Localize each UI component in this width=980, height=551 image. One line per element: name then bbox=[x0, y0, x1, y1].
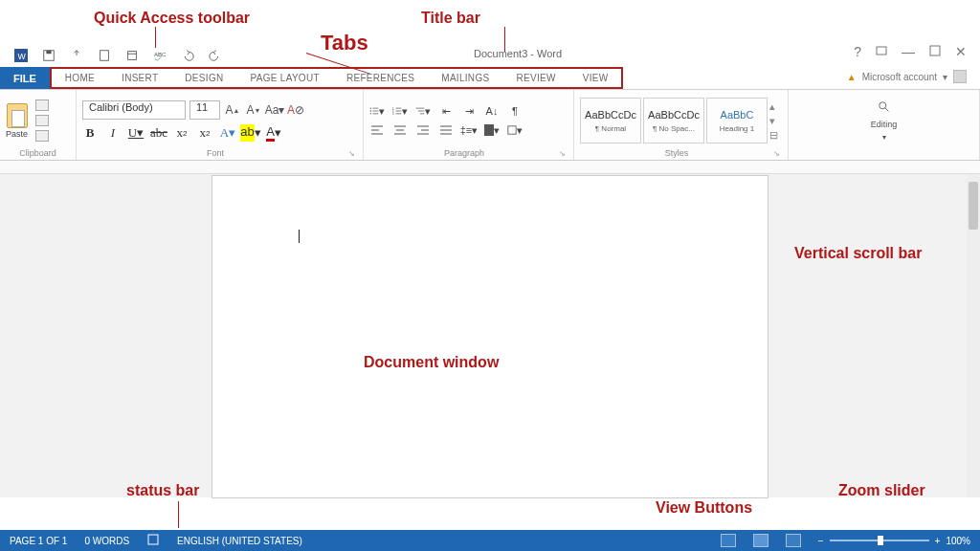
multilevel-list-icon[interactable]: ▾ bbox=[415, 104, 431, 118]
ribbon-display-icon[interactable] bbox=[875, 44, 888, 60]
zoom-in-icon[interactable]: + bbox=[935, 536, 941, 546]
svg-rect-5 bbox=[128, 52, 137, 60]
zoom-slider-thumb[interactable] bbox=[878, 536, 883, 545]
group-clipboard-label: Clipboard bbox=[6, 147, 70, 158]
scrollbar-thumb[interactable] bbox=[969, 182, 978, 230]
svg-rect-3 bbox=[46, 51, 51, 55]
align-left-icon[interactable] bbox=[369, 123, 385, 137]
open-icon[interactable] bbox=[124, 48, 140, 63]
styles-launcher-icon[interactable]: ↘ bbox=[773, 149, 782, 158]
format-painter-icon[interactable] bbox=[35, 130, 49, 142]
copy-icon[interactable] bbox=[35, 115, 49, 126]
font-name-select[interactable]: Calibri (Body) bbox=[82, 100, 186, 120]
avatar-icon bbox=[953, 70, 967, 83]
tab-home[interactable]: HOME bbox=[52, 69, 108, 87]
tab-references[interactable]: REFERENCES bbox=[333, 69, 428, 87]
save-icon[interactable] bbox=[41, 48, 56, 63]
group-styles-label: Styles bbox=[580, 147, 773, 158]
tab-mailings[interactable]: MAILINGS bbox=[428, 69, 502, 87]
zoom-slider-track[interactable] bbox=[830, 540, 929, 541]
vertical-scrollbar[interactable] bbox=[967, 174, 980, 497]
grow-font-icon[interactable]: A▲ bbox=[224, 101, 241, 119]
line-spacing-icon[interactable]: ‡≡▾ bbox=[461, 123, 477, 137]
decrease-indent-icon[interactable]: ⇤ bbox=[438, 104, 454, 118]
style-normal[interactable]: AaBbCcDc¶ Normal bbox=[580, 98, 641, 143]
styles-more-icon[interactable]: ⊟ bbox=[769, 129, 778, 142]
ruler[interactable] bbox=[0, 161, 980, 174]
cut-icon[interactable] bbox=[35, 99, 49, 111]
font-size-select[interactable]: 11 bbox=[189, 100, 220, 120]
highlight-icon[interactable]: ab▾ bbox=[243, 125, 258, 141]
styles-scroll-down-icon[interactable]: ▾ bbox=[769, 115, 778, 127]
minimize-icon[interactable]: — bbox=[902, 44, 915, 60]
styles-scroll-up-icon[interactable]: ▴ bbox=[769, 100, 778, 113]
borders-icon[interactable]: ▾ bbox=[507, 123, 523, 137]
editing-label: Editing bbox=[871, 120, 898, 129]
tab-view[interactable]: VIEW bbox=[569, 69, 622, 87]
maximize-icon[interactable] bbox=[928, 44, 942, 60]
redo-icon[interactable] bbox=[208, 48, 223, 63]
align-center-icon[interactable] bbox=[392, 123, 408, 137]
align-right-icon[interactable] bbox=[415, 123, 431, 137]
tab-insert[interactable]: INSERT bbox=[108, 69, 171, 87]
paragraph-launcher-icon[interactable]: ↘ bbox=[559, 149, 568, 158]
subscript-button[interactable]: x2 bbox=[174, 125, 189, 141]
help-icon[interactable]: ? bbox=[854, 44, 861, 60]
account-label: Microsoft account bbox=[862, 72, 937, 82]
view-read-mode-icon[interactable] bbox=[721, 534, 736, 547]
svg-point-12 bbox=[370, 110, 371, 111]
undo-icon[interactable] bbox=[180, 48, 195, 63]
document-page[interactable] bbox=[212, 176, 768, 497]
font-color-icon[interactable]: A▾ bbox=[266, 125, 281, 141]
bullets-icon[interactable]: ▾ bbox=[369, 104, 385, 118]
status-language[interactable]: ENGLISH (UNITED STATES) bbox=[177, 536, 302, 546]
word-icon: W bbox=[13, 48, 29, 63]
status-proofing-icon[interactable] bbox=[146, 533, 160, 548]
strikethrough-button[interactable]: abc bbox=[151, 125, 167, 141]
shading-icon[interactable]: ▾ bbox=[484, 123, 500, 137]
italic-button[interactable]: I bbox=[105, 125, 121, 141]
change-case-icon[interactable]: Aa▾ bbox=[266, 101, 283, 119]
show-marks-icon[interactable]: ¶ bbox=[507, 104, 523, 118]
numbering-icon[interactable]: 123▾ bbox=[392, 104, 408, 118]
zoom-value[interactable]: 100% bbox=[946, 536, 970, 546]
font-launcher-icon[interactable]: ↘ bbox=[348, 149, 357, 158]
anno-viewbtns: View Buttons bbox=[656, 499, 752, 517]
close-icon[interactable]: ✕ bbox=[955, 44, 967, 60]
text-effects-icon[interactable]: A▾ bbox=[220, 125, 235, 141]
tab-design[interactable]: DESIGN bbox=[171, 69, 236, 87]
shrink-font-icon[interactable]: A▼ bbox=[245, 101, 262, 119]
status-bar: PAGE 1 OF 1 0 WORDS ENGLISH (UNITED STAT… bbox=[0, 530, 980, 551]
style-heading-1[interactable]: AaBbCHeading 1 bbox=[706, 98, 768, 143]
svg-text:W: W bbox=[18, 52, 27, 61]
ribbon: Paste Clipboard Calibri (Body) 11 A▲ A▼ … bbox=[0, 90, 980, 161]
tabs-row: FILE HOME INSERT DESIGN PAGE LAYOUT REFE… bbox=[0, 67, 980, 90]
svg-rect-4 bbox=[100, 51, 109, 61]
justify-icon[interactable] bbox=[438, 123, 454, 137]
text-cursor bbox=[299, 230, 300, 243]
status-page[interactable]: PAGE 1 OF 1 bbox=[10, 536, 67, 546]
view-web-layout-icon[interactable] bbox=[786, 534, 801, 547]
view-print-layout-icon[interactable] bbox=[753, 534, 768, 547]
bold-button[interactable]: B bbox=[82, 125, 98, 141]
tab-file[interactable]: FILE bbox=[0, 67, 50, 89]
sort-icon[interactable]: A↓ bbox=[484, 104, 500, 118]
clear-formatting-icon[interactable]: A⊘ bbox=[287, 101, 304, 119]
new-doc-icon[interactable] bbox=[97, 48, 112, 63]
superscript-button[interactable]: x2 bbox=[197, 125, 212, 141]
style-no-spacing[interactable]: AaBbCcDc¶ No Spac... bbox=[643, 98, 704, 143]
spellcheck-icon[interactable]: ABC bbox=[152, 48, 167, 63]
account-area[interactable]: ▲ Microsoft account ▾ bbox=[847, 70, 967, 83]
underline-button[interactable]: U▾ bbox=[128, 125, 144, 141]
quick-access-toolbar: W ABC Document3 - Word ? — ✕ bbox=[0, 42, 980, 67]
touch-toggle-icon[interactable] bbox=[69, 48, 84, 63]
paste-button[interactable]: Paste bbox=[6, 103, 28, 139]
document-area bbox=[0, 174, 980, 497]
increase-indent-icon[interactable]: ⇥ bbox=[461, 104, 477, 118]
svg-rect-37 bbox=[508, 126, 516, 134]
status-words[interactable]: 0 WORDS bbox=[84, 536, 129, 546]
zoom-out-icon[interactable]: − bbox=[818, 536, 824, 546]
editing-dropdown[interactable]: Editing ▾ bbox=[794, 94, 973, 147]
tab-review[interactable]: REVIEW bbox=[502, 69, 568, 87]
tab-page-layout[interactable]: PAGE LAYOUT bbox=[236, 69, 332, 87]
